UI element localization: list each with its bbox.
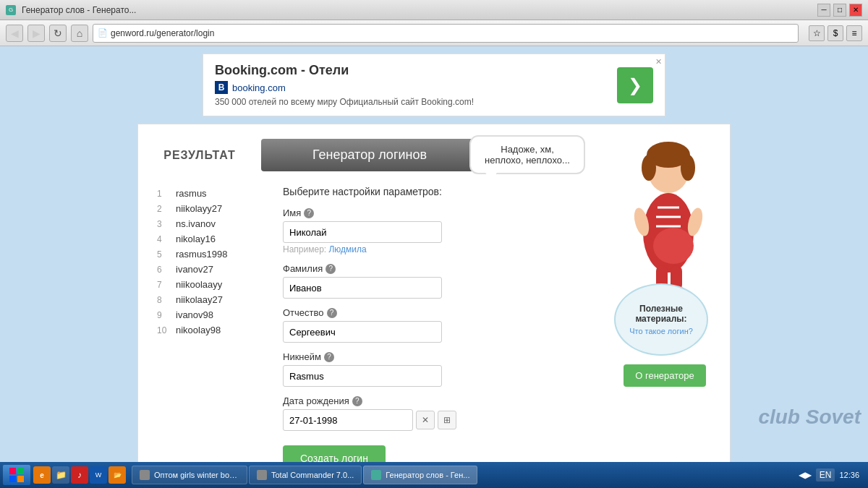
birthdate-form-group: Дата рождения ? ✕ ⊞ xyxy=(283,395,715,431)
result-value[interactable]: ivanov98 xyxy=(176,309,213,320)
taskbar-time: 12:36 xyxy=(839,471,859,479)
menu-icon[interactable]: ≡ xyxy=(846,25,862,41)
taskbar-app-label: Генератор слов - Ген... xyxy=(386,471,469,479)
result-value[interactable]: ns.ivanov xyxy=(176,218,216,229)
birthdate-input[interactable] xyxy=(283,409,413,431)
address-icon: 📄 xyxy=(98,28,108,38)
taskbar-app-icon xyxy=(140,470,150,480)
info-bubble-link[interactable]: Что такое логин? xyxy=(629,327,693,335)
home-button[interactable]: ⌂ xyxy=(71,25,88,42)
results-panel: 1rasmus2niikolaуy273ns.ivanov4nikolay165… xyxy=(153,186,268,462)
taskbar-app-icon xyxy=(371,470,381,480)
refresh-button[interactable]: ↻ xyxy=(49,25,67,42)
birthdate-label-row: Дата рождения ? xyxy=(283,395,715,406)
svg-rect-16 xyxy=(17,468,24,474)
nickname-label: Никнейм xyxy=(283,351,321,362)
result-item: 6ivanov27 xyxy=(153,262,268,277)
surname-label: Фамилия xyxy=(283,263,323,274)
patronymic-label: Отчество xyxy=(283,307,324,318)
date-calendar-button[interactable]: ⊞ xyxy=(438,411,456,429)
result-number: 10 xyxy=(157,325,171,335)
taskbar-app[interactable]: Total Commander 7.0... xyxy=(249,466,362,484)
taskbar-folder-icon[interactable]: 📁 xyxy=(52,466,69,484)
ad-banner: Booking.com - Отели B booking.com 350 00… xyxy=(203,53,665,116)
forward-button[interactable]: ▶ xyxy=(27,25,45,42)
result-number: 1 xyxy=(157,189,171,199)
patronymic-input[interactable] xyxy=(283,321,442,343)
speech-text: Надоже, хм, неплохо, неплохо... xyxy=(485,144,570,166)
taskbar-word-icon[interactable]: W xyxy=(90,466,107,484)
taskbar-app[interactable]: Генератор слов - Ген... xyxy=(363,466,477,484)
address-bar[interactable]: genword.ru/generator/login xyxy=(111,28,214,38)
result-value[interactable]: niikolaуy27 xyxy=(176,203,222,214)
ad-content: Booking.com - Отели B booking.com 350 00… xyxy=(215,63,603,107)
svg-rect-18 xyxy=(17,476,24,482)
network-icon: ◀▶ xyxy=(799,470,812,480)
ad-arrow-button[interactable]: ❯ xyxy=(617,67,653,103)
result-value[interactable]: nikolay16 xyxy=(176,234,216,244)
svg-point-3 xyxy=(681,155,695,181)
name-hint-link[interactable]: Людмила xyxy=(328,244,366,254)
bookmark-icon[interactable]: ☆ xyxy=(809,25,825,41)
minimize-button[interactable]: ─ xyxy=(817,4,830,17)
taskbar-app-label: Оптом girls winter boo... xyxy=(154,471,239,479)
titlebar-text: Генератор слов - Генерато... xyxy=(22,5,136,15)
taskbar-app-icon xyxy=(257,470,267,480)
nickname-help-icon[interactable]: ? xyxy=(324,352,334,362)
window-controls: ─ □ ✕ xyxy=(817,4,862,17)
patronymic-help-icon[interactable]: ? xyxy=(327,308,337,318)
result-item: 2niikolaуy27 xyxy=(153,201,268,216)
taskbar-media-icon[interactable]: ♪ xyxy=(71,466,88,484)
address-bar-container: 📄 genword.ru/generator/login xyxy=(93,24,799,43)
create-login-button[interactable]: Создать логин xyxy=(283,445,386,462)
results-list: 1rasmus2niikolaуy273ns.ivanov4nikolay165… xyxy=(153,186,268,338)
result-item: 1rasmus xyxy=(153,186,268,201)
about-generator-button[interactable]: О генераторе xyxy=(624,364,706,387)
toolbar-right: ☆ $ ≡ xyxy=(809,25,862,41)
language-indicator[interactable]: EN xyxy=(816,468,835,481)
result-number: 5 xyxy=(157,249,171,260)
surname-input[interactable] xyxy=(283,277,442,299)
result-item: 3ns.ivanov xyxy=(153,216,268,231)
birthdate-help-icon[interactable]: ? xyxy=(352,396,362,406)
result-item: 5rasmus1998 xyxy=(153,247,268,262)
result-value[interactable]: niikoolaayy xyxy=(176,279,222,290)
result-value[interactable]: niikolaay27 xyxy=(176,294,223,305)
result-item: 4nikolay16 xyxy=(153,231,268,247)
result-value[interactable]: nikoolay98 xyxy=(176,325,221,335)
name-help-icon[interactable]: ? xyxy=(304,208,314,218)
taskbar-app[interactable]: Оптом girls winter boo... xyxy=(132,466,247,484)
taskbar-app-label: Total Commander 7.0... xyxy=(271,471,354,479)
result-value[interactable]: ivanov27 xyxy=(176,264,213,275)
taskbar-quick-icons: e 📁 ♪ W 📂 xyxy=(33,466,126,484)
svg-point-2 xyxy=(642,155,656,181)
close-button[interactable]: ✕ xyxy=(849,4,862,17)
speech-bubble: Надоже, хм, неплохо, неплохо... xyxy=(469,135,585,174)
ad-close-button[interactable]: ✕ xyxy=(655,57,662,67)
back-button[interactable]: ◀ xyxy=(6,25,23,42)
info-panel: Полезные материалы: Что такое логин? О г… xyxy=(614,283,715,387)
surname-help-icon[interactable]: ? xyxy=(326,264,336,274)
taskbar-ie-icon[interactable]: e xyxy=(33,466,51,484)
svg-point-8 xyxy=(653,228,694,264)
ad-logo: B booking.com xyxy=(215,81,603,94)
result-value[interactable]: rasmus1998 xyxy=(176,249,228,260)
maximize-button[interactable]: □ xyxy=(833,4,846,17)
user-icon[interactable]: $ xyxy=(827,25,843,41)
svg-rect-17 xyxy=(9,476,16,482)
result-number: 3 xyxy=(157,219,171,229)
result-value[interactable]: rasmus xyxy=(176,188,207,199)
name-input[interactable] xyxy=(283,221,442,243)
windows-logo-icon xyxy=(9,467,25,483)
nickname-input[interactable] xyxy=(283,365,442,387)
ad-x-icon: ✕ xyxy=(655,57,662,66)
result-item: 10nikoolay98 xyxy=(153,322,268,338)
taskbar-explorer-icon[interactable]: 📂 xyxy=(109,466,126,484)
date-clear-button[interactable]: ✕ xyxy=(416,411,435,429)
page-content: Booking.com - Отели B booking.com 350 00… xyxy=(0,46,868,462)
taskbar: e 📁 ♪ W 📂 Оптом girls winter boo...Total… xyxy=(0,462,868,488)
start-button[interactable] xyxy=(3,465,30,485)
browser-toolbar: ◀ ▶ ↻ ⌂ 📄 genword.ru/generator/login ☆ $… xyxy=(0,20,868,46)
svg-rect-15 xyxy=(9,468,16,474)
result-item: 8niikolaay27 xyxy=(153,292,268,307)
